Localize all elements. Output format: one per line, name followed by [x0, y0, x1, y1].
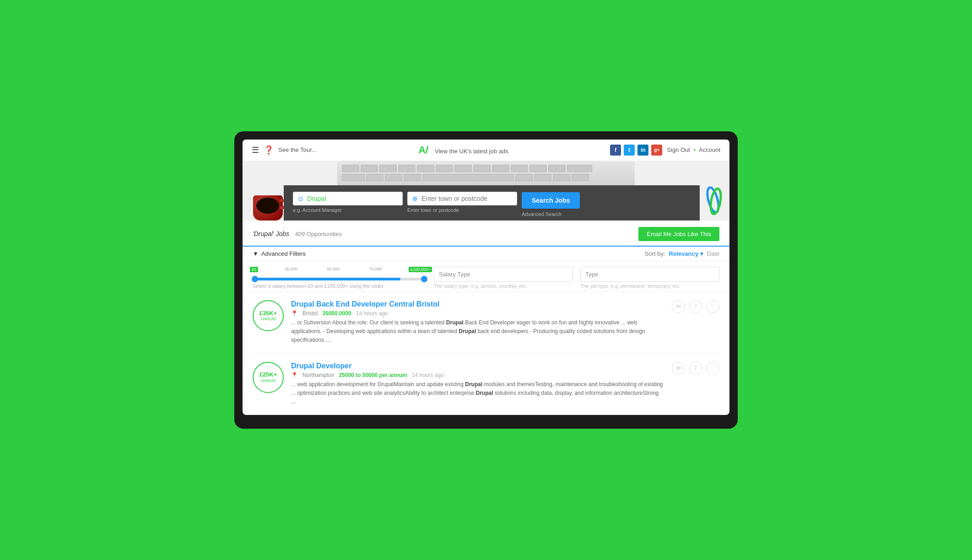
slider-max-badge: £100,000+ — [409, 267, 432, 272]
results-query: 'Drupal' Jobs — [253, 230, 289, 237]
search-button[interactable]: Search Jobs — [522, 192, 580, 209]
job-1-title[interactable]: Drupal Back End Developer Central Bristo… — [291, 300, 440, 308]
keyword-field-wrap: ⊙ e.g. Account Manager — [293, 192, 403, 213]
area-input-box[interactable]: ⊕ — [407, 192, 517, 205]
job-2-location: Northampton — [302, 372, 334, 378]
cup-body — [253, 195, 283, 221]
hamburger-icon[interactable]: ☰ — [252, 145, 259, 155]
job-1-location: Bristol — [302, 310, 318, 317]
nav-left: ☰ ❓ See the Tour... — [252, 145, 317, 155]
slider-fill — [253, 278, 400, 280]
slider-tick-labels: 0 25,000 50,000 75,000 100,000 — [253, 267, 427, 271]
key — [529, 165, 547, 172]
salary-filter-area: 0 25,000 50,000 75,000 100,000 £0 £100,0… — [243, 261, 729, 292]
site-logo: A/ — [418, 144, 431, 156]
tour-link[interactable]: See the Tour... — [278, 146, 317, 153]
laptop-screen: ☰ ❓ See the Tour... A/ View the UK's lat… — [243, 140, 729, 415]
search-btn-wrap: Search Jobs Advanced Search — [522, 192, 580, 217]
job-1-meta: 📍 Bristol 35000.0000 14 hours ago — [291, 310, 664, 317]
cup-liquid — [256, 198, 279, 214]
filters-bar: ▼ Advanced Filters Sort by: Relevancy ▾ … — [243, 247, 729, 261]
job-item-2: £25K+ ANNUM Drupal Developer 📍 Northampt… — [253, 354, 719, 415]
salary-dropdowns: Salary Type Per Annum Monthly The salary… — [434, 267, 719, 289]
keyword-input-box[interactable]: ⊙ — [293, 192, 403, 205]
area-field-wrap: ⊕ Enter town or postcode — [407, 192, 517, 213]
twitter-icon[interactable]: t — [624, 145, 635, 156]
job-1-details: Drupal Back End Developer Central Bristo… — [291, 300, 664, 345]
job-2-salary-badge: £25K+ ANNUM — [253, 362, 284, 393]
slider-track: £0 £100,000+ — [253, 278, 427, 280]
job-2-email-icon[interactable]: ✉ — [672, 362, 685, 375]
job-item-1: £35K+ ANNUM Drupal Back End Developer Ce… — [253, 292, 719, 354]
results-header: 'Drupal' Jobs 409 Opportunities Email Me… — [243, 221, 729, 247]
job-2-salary-period: ANNUM — [261, 378, 276, 383]
salary-slider-row: 0 25,000 50,000 75,000 100,000 £0 £100,0… — [253, 267, 719, 289]
facebook-icon[interactable]: f — [610, 145, 621, 156]
job-2-meta: 📍 Northampton 25000 to 50000 per annum 1… — [291, 372, 664, 378]
advanced-filters-toggle[interactable]: ▼ Advanced Filters — [253, 250, 306, 257]
slider-thumb-min[interactable]: £0 — [252, 276, 258, 282]
job-2-time: 14 hours ago — [412, 372, 444, 378]
area-hint: Enter town or postcode — [407, 207, 517, 213]
results-title-area: 'Drupal' Jobs 409 Opportunities — [253, 230, 342, 238]
key — [385, 174, 402, 181]
job-1-actions: ✉ ⤴ ♡ — [672, 300, 719, 313]
sort-date[interactable]: Date — [707, 250, 719, 257]
hero-area: ⊙ e.g. Account Manager ⊕ Enter town or p… — [243, 161, 729, 221]
nav-center: A/ View the UK's latest job ads — [324, 144, 604, 156]
job-1-salary-short: £35K+ — [259, 310, 277, 317]
key — [572, 174, 589, 181]
job-2-location-icon: 📍 — [291, 372, 298, 378]
coffee-cup — [249, 195, 286, 221]
job-2-title[interactable]: Drupal Developer — [291, 362, 351, 370]
area-input[interactable] — [421, 195, 512, 202]
keyboard-row-1 — [342, 165, 630, 172]
advanced-search-link[interactable]: Advanced Search — [522, 211, 562, 217]
account-link[interactable]: Account — [699, 146, 720, 153]
key-wide — [567, 165, 592, 172]
sort-label: Sort by: — [645, 250, 665, 257]
key — [342, 174, 365, 181]
sort-relevancy[interactable]: Relevancy ▾ — [669, 250, 703, 257]
job-1-salary-period: ANNUM — [261, 317, 276, 322]
job-1-time: 14 hours ago — [356, 310, 388, 317]
keyword-input[interactable] — [307, 195, 398, 202]
job-1-location-icon: 📍 — [291, 310, 298, 317]
slider-thumb-max[interactable]: £100,000+ — [421, 276, 427, 282]
help-icon[interactable]: ❓ — [264, 145, 274, 155]
job-1-email-icon[interactable]: ✉ — [672, 300, 685, 313]
nav-right: f t in g+ Sign Out • Account — [610, 145, 720, 156]
key — [379, 165, 397, 172]
job-2-actions: ✉ ⤴ ♡ — [672, 362, 719, 375]
key — [492, 165, 509, 172]
salary-slider-hint: Select a salary between £0 and £100,000+… — [253, 283, 427, 289]
job-1-salary-badge: £35K+ ANNUM — [253, 300, 284, 331]
key-space — [422, 174, 514, 181]
key — [366, 174, 383, 181]
salary-type-select[interactable]: Salary Type Per Annum Monthly — [434, 267, 573, 282]
search-bar: ⊙ e.g. Account Manager ⊕ Enter town or p… — [284, 185, 700, 221]
job-list: £35K+ ANNUM Drupal Back End Developer Ce… — [243, 292, 729, 415]
paperclips-icon — [702, 184, 724, 218]
site-tagline: View the UK's latest job ads — [435, 148, 508, 155]
salary-slider[interactable]: 0 25,000 50,000 75,000 100,000 £0 £100,0… — [253, 267, 427, 289]
job-2-save-icon[interactable]: ♡ — [707, 362, 719, 375]
keyboard-row-2 — [342, 174, 630, 181]
auth-links: Sign Out • Account — [667, 146, 720, 153]
key — [404, 174, 421, 181]
job-2-description: ... web application development for Drup… — [291, 380, 664, 407]
key — [534, 174, 551, 181]
job-2-share-icon[interactable]: ⤴ — [689, 362, 702, 375]
linkedin-icon[interactable]: in — [637, 145, 648, 156]
job-type-select[interactable]: Type Permanent Temporary — [580, 267, 719, 282]
email-jobs-button[interactable]: Email Me Jobs Like This — [638, 227, 719, 241]
job-1-share-icon[interactable]: ⤴ — [689, 300, 702, 313]
advanced-search-wrap: Advanced Search — [522, 209, 580, 217]
googleplus-icon[interactable]: g+ — [651, 145, 662, 156]
slider-min-badge: £0 — [250, 267, 258, 272]
sign-out-link[interactable]: Sign Out — [667, 146, 690, 153]
top-nav: ☰ ❓ See the Tour... A/ View the UK's lat… — [243, 140, 729, 161]
job-1-save-icon[interactable]: ♡ — [707, 300, 719, 313]
results-count: 409 Opportunities — [295, 231, 342, 237]
job-2-details: Drupal Developer 📍 Northampton 25000 to … — [291, 362, 664, 407]
